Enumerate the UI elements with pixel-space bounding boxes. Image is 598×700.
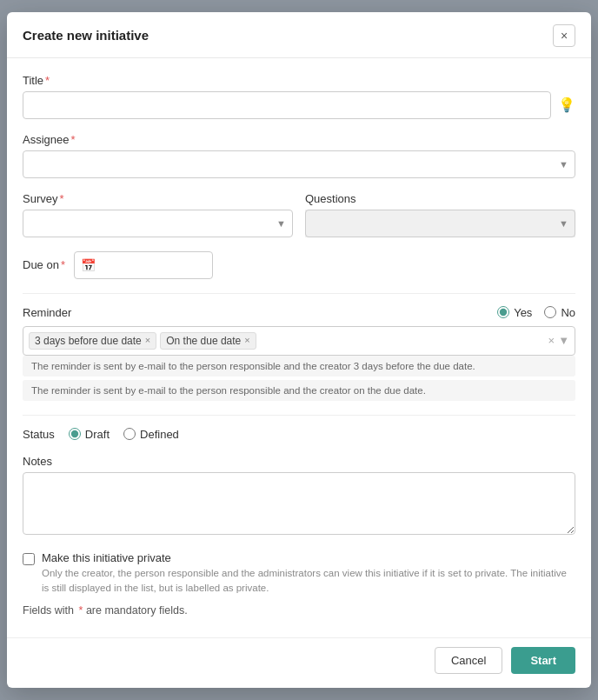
reminder-radio-group: Yes No xyxy=(497,306,575,319)
assignee-select-wrap: ▼ xyxy=(23,150,575,178)
reminder-yes-option[interactable]: Yes xyxy=(497,306,532,319)
questions-select-wrap: ▼ xyxy=(305,210,575,237)
reminder-row: Reminder Yes No xyxy=(23,306,575,319)
title-label: Title* xyxy=(23,74,575,87)
assignee-group: Assignee* ▼ xyxy=(23,133,575,178)
tag-on-due-date: On the due date × xyxy=(160,332,256,350)
status-draft-option[interactable]: Draft xyxy=(69,428,110,441)
questions-label: Questions xyxy=(305,192,575,205)
due-on-row: Due on* 📅 xyxy=(23,251,575,279)
tag-3days: 3 days before due date × xyxy=(29,332,156,350)
survey-select[interactable] xyxy=(23,210,293,237)
title-group: Title* 💡 xyxy=(23,74,575,119)
due-on-input[interactable] xyxy=(74,251,213,279)
title-input-row: 💡 xyxy=(23,91,575,119)
private-checkbox[interactable] xyxy=(23,553,35,565)
assignee-label: Assignee* xyxy=(23,133,575,146)
modal-footer: Cancel Start xyxy=(7,637,591,688)
private-text-wrap: Make this initiative private Only the cr… xyxy=(42,551,575,597)
private-row: Make this initiative private Only the cr… xyxy=(23,551,575,597)
divider-2 xyxy=(23,415,575,416)
status-group: Status Draft Defined xyxy=(23,428,575,441)
modal-overlay: Create new initiative × Title* 💡 Assigne… xyxy=(0,0,598,700)
status-draft-radio[interactable] xyxy=(69,428,81,440)
reminder-group: Reminder Yes No 3 xyxy=(23,306,575,401)
cancel-button[interactable]: Cancel xyxy=(435,647,502,674)
title-input[interactable] xyxy=(23,91,551,119)
modal-body: Title* 💡 Assignee* ▼ xyxy=(7,58,591,638)
status-label: Status xyxy=(23,428,55,441)
survey-group: Survey* ▼ xyxy=(23,192,293,237)
tags-input-wrap[interactable]: 3 days before due date × On the due date… xyxy=(23,326,575,356)
notes-group: Notes xyxy=(23,455,575,537)
modal-header: Create new initiative × xyxy=(7,12,591,58)
assignee-select[interactable] xyxy=(23,150,575,178)
notes-textarea[interactable] xyxy=(23,472,575,535)
status-defined-option[interactable]: Defined xyxy=(123,428,179,441)
start-button[interactable]: Start xyxy=(511,647,575,674)
bulb-icon: 💡 xyxy=(558,97,575,113)
tag-on-due-date-close[interactable]: × xyxy=(244,336,249,345)
create-initiative-modal: Create new initiative × Title* 💡 Assigne… xyxy=(7,12,591,689)
reminder-label: Reminder xyxy=(23,306,71,319)
private-label: Make this initiative private xyxy=(42,551,575,564)
survey-label: Survey* xyxy=(23,192,293,205)
survey-select-wrap: ▼ xyxy=(23,210,293,237)
status-defined-radio[interactable] xyxy=(123,428,136,440)
mandatory-note: Fields with * are mandatory fields. xyxy=(23,604,575,617)
questions-group: Questions ▼ xyxy=(305,192,575,237)
date-input-wrap: 📅 xyxy=(74,251,213,279)
private-desc: Only the creator, the person responsible… xyxy=(42,566,575,597)
reminder-no-option[interactable]: No xyxy=(544,306,575,319)
tag-dropdown-icon[interactable]: ▼ xyxy=(558,334,569,347)
tag-clear-icon[interactable]: × xyxy=(548,334,555,347)
notes-label: Notes xyxy=(23,455,575,468)
reminder-no-radio[interactable] xyxy=(544,306,556,318)
survey-questions-row: Survey* ▼ Questions ▼ xyxy=(23,192,575,237)
tag-3days-close[interactable]: × xyxy=(145,336,150,345)
divider-1 xyxy=(23,293,575,294)
reminder-info-2: The reminder is sent by e-mail to the pe… xyxy=(23,380,575,401)
modal-title: Create new initiative xyxy=(23,28,149,43)
reminder-yes-radio[interactable] xyxy=(497,306,509,318)
close-button[interactable]: × xyxy=(553,24,575,47)
reminder-info-1: The reminder is sent by e-mail to the pe… xyxy=(23,356,575,377)
due-on-label: Due on* xyxy=(23,258,65,271)
tag-actions: × ▼ xyxy=(548,334,569,347)
questions-select[interactable] xyxy=(305,210,575,237)
due-on-group: Due on* 📅 xyxy=(23,251,575,279)
